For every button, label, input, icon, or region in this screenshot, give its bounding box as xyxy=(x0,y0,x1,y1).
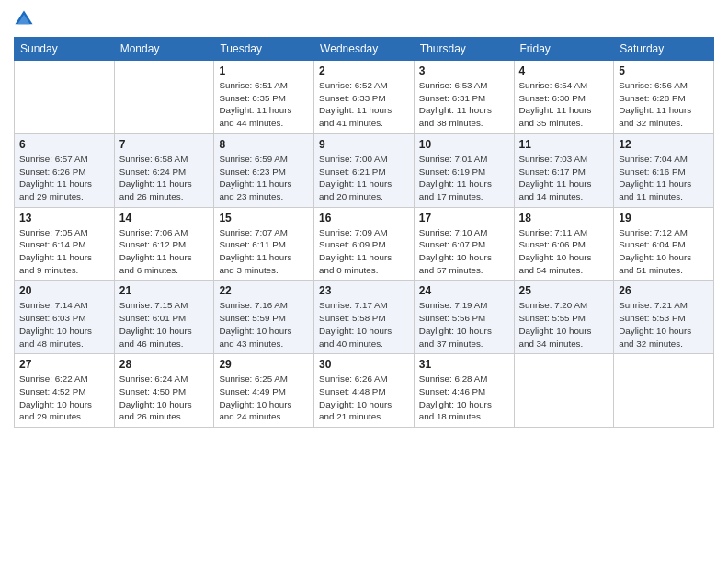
day-info: Sunrise: 6:54 AMSunset: 6:30 PMDaylight:… xyxy=(519,79,609,130)
day-number: 14 xyxy=(119,212,210,224)
calendar-cell: 10Sunrise: 7:01 AMSunset: 6:19 PMDayligh… xyxy=(414,133,514,207)
day-number: 22 xyxy=(219,284,309,297)
calendar-cell: 26Sunrise: 7:21 AMSunset: 5:53 PMDayligh… xyxy=(614,281,714,354)
day-info: Sunrise: 6:58 AMSunset: 6:24 PMDaylight:… xyxy=(119,153,210,203)
day-info: Sunrise: 6:51 AMSunset: 6:35 PMDaylight:… xyxy=(219,79,309,130)
calendar-table: SundayMondayTuesdayWednesdayThursdayFrid… xyxy=(14,37,714,428)
day-number: 28 xyxy=(119,358,210,371)
calendar-cell: 29Sunrise: 6:25 AMSunset: 4:49 PMDayligh… xyxy=(214,354,314,428)
day-info: Sunrise: 7:20 AMSunset: 5:55 PMDaylight:… xyxy=(519,299,609,350)
calendar-cell: 7Sunrise: 6:58 AMSunset: 6:24 PMDaylight… xyxy=(114,133,214,207)
calendar-cell: 20Sunrise: 7:14 AMSunset: 6:03 PMDayligh… xyxy=(15,281,115,354)
day-number: 13 xyxy=(19,212,109,224)
calendar-cell: 13Sunrise: 7:05 AMSunset: 6:14 PMDayligh… xyxy=(15,207,115,281)
calendar-cell: 8Sunrise: 6:59 AMSunset: 6:23 PMDaylight… xyxy=(214,133,314,207)
calendar-cell: 6Sunrise: 6:57 AMSunset: 6:26 PMDaylight… xyxy=(15,133,115,207)
day-number: 12 xyxy=(619,138,709,151)
week-row-1: 1Sunrise: 6:51 AMSunset: 6:35 PMDaylight… xyxy=(15,61,714,134)
logo-icon xyxy=(14,9,34,29)
calendar-cell: 28Sunrise: 6:24 AMSunset: 4:50 PMDayligh… xyxy=(114,354,214,428)
calendar-cell xyxy=(614,354,714,428)
calendar-cell: 17Sunrise: 7:10 AMSunset: 6:07 PMDayligh… xyxy=(414,207,514,281)
calendar-cell: 27Sunrise: 6:22 AMSunset: 4:52 PMDayligh… xyxy=(15,354,115,428)
day-info: Sunrise: 7:04 AMSunset: 6:16 PMDaylight:… xyxy=(619,153,709,203)
column-header-sunday: Sunday xyxy=(15,38,115,61)
calendar-cell xyxy=(514,354,614,428)
day-number: 9 xyxy=(319,138,409,151)
calendar-cell: 15Sunrise: 7:07 AMSunset: 6:11 PMDayligh… xyxy=(214,207,314,281)
day-number: 24 xyxy=(419,284,509,297)
day-number: 21 xyxy=(119,284,210,297)
day-info: Sunrise: 7:01 AMSunset: 6:19 PMDaylight:… xyxy=(419,153,509,203)
column-header-tuesday: Tuesday xyxy=(214,38,314,61)
calendar-cell: 16Sunrise: 7:09 AMSunset: 6:09 PMDayligh… xyxy=(314,207,415,281)
day-number: 1 xyxy=(219,64,309,77)
day-info: Sunrise: 7:15 AMSunset: 6:01 PMDaylight:… xyxy=(119,299,210,350)
calendar-cell xyxy=(15,61,115,134)
week-row-5: 27Sunrise: 6:22 AMSunset: 4:52 PMDayligh… xyxy=(15,354,714,428)
calendar-cell: 2Sunrise: 6:52 AMSunset: 6:33 PMDaylight… xyxy=(314,61,415,134)
day-number: 3 xyxy=(419,64,509,77)
calendar-cell: 23Sunrise: 7:17 AMSunset: 5:58 PMDayligh… xyxy=(314,281,415,354)
day-number: 19 xyxy=(619,212,709,224)
day-info: Sunrise: 6:25 AMSunset: 4:49 PMDaylight:… xyxy=(219,373,309,423)
day-number: 15 xyxy=(219,212,309,224)
day-number: 26 xyxy=(619,284,709,297)
day-number: 17 xyxy=(419,212,509,224)
calendar-cell: 24Sunrise: 7:19 AMSunset: 5:56 PMDayligh… xyxy=(414,281,514,354)
week-row-4: 20Sunrise: 7:14 AMSunset: 6:03 PMDayligh… xyxy=(15,281,714,354)
day-info: Sunrise: 7:21 AMSunset: 5:53 PMDaylight:… xyxy=(619,299,709,350)
day-info: Sunrise: 7:09 AMSunset: 6:09 PMDaylight:… xyxy=(319,226,409,277)
day-number: 18 xyxy=(519,212,609,224)
calendar-cell: 30Sunrise: 6:26 AMSunset: 4:48 PMDayligh… xyxy=(314,354,415,428)
day-number: 4 xyxy=(519,64,609,77)
calendar-cell: 12Sunrise: 7:04 AMSunset: 6:16 PMDayligh… xyxy=(614,133,714,207)
day-info: Sunrise: 7:06 AMSunset: 6:12 PMDaylight:… xyxy=(119,226,210,277)
column-header-thursday: Thursday xyxy=(414,38,514,61)
day-info: Sunrise: 7:05 AMSunset: 6:14 PMDaylight:… xyxy=(19,226,109,277)
day-info: Sunrise: 6:26 AMSunset: 4:48 PMDaylight:… xyxy=(319,373,409,423)
calendar-cell: 4Sunrise: 6:54 AMSunset: 6:30 PMDaylight… xyxy=(514,61,614,134)
day-number: 6 xyxy=(19,138,109,151)
column-header-saturday: Saturday xyxy=(614,38,714,61)
day-number: 27 xyxy=(19,358,109,371)
calendar-cell: 18Sunrise: 7:11 AMSunset: 6:06 PMDayligh… xyxy=(514,207,614,281)
column-header-wednesday: Wednesday xyxy=(314,38,415,61)
column-header-monday: Monday xyxy=(114,38,214,61)
calendar-cell: 22Sunrise: 7:16 AMSunset: 5:59 PMDayligh… xyxy=(214,281,314,354)
day-number: 16 xyxy=(319,212,409,224)
day-info: Sunrise: 6:22 AMSunset: 4:52 PMDaylight:… xyxy=(19,373,109,423)
calendar-cell: 11Sunrise: 7:03 AMSunset: 6:17 PMDayligh… xyxy=(514,133,614,207)
day-number: 7 xyxy=(119,138,210,151)
day-info: Sunrise: 7:07 AMSunset: 6:11 PMDaylight:… xyxy=(219,226,309,277)
week-row-2: 6Sunrise: 6:57 AMSunset: 6:26 PMDaylight… xyxy=(15,133,714,207)
calendar-cell: 3Sunrise: 6:53 AMSunset: 6:31 PMDaylight… xyxy=(414,61,514,134)
day-number: 2 xyxy=(319,64,409,77)
day-info: Sunrise: 7:19 AMSunset: 5:56 PMDaylight:… xyxy=(419,299,509,350)
calendar-cell: 19Sunrise: 7:12 AMSunset: 6:04 PMDayligh… xyxy=(614,207,714,281)
day-number: 10 xyxy=(419,138,509,151)
day-info: Sunrise: 7:10 AMSunset: 6:07 PMDaylight:… xyxy=(419,226,509,277)
calendar-cell: 5Sunrise: 6:56 AMSunset: 6:28 PMDaylight… xyxy=(614,61,714,134)
day-info: Sunrise: 6:56 AMSunset: 6:28 PMDaylight:… xyxy=(619,79,709,130)
day-number: 5 xyxy=(619,64,709,77)
day-info: Sunrise: 6:59 AMSunset: 6:23 PMDaylight:… xyxy=(219,153,309,203)
calendar-cell: 9Sunrise: 7:00 AMSunset: 6:21 PMDaylight… xyxy=(314,133,415,207)
day-info: Sunrise: 7:14 AMSunset: 6:03 PMDaylight:… xyxy=(19,299,109,350)
day-info: Sunrise: 6:28 AMSunset: 4:46 PMDaylight:… xyxy=(419,373,509,423)
calendar-cell: 1Sunrise: 6:51 AMSunset: 6:35 PMDaylight… xyxy=(214,61,314,134)
calendar-cell: 31Sunrise: 6:28 AMSunset: 4:46 PMDayligh… xyxy=(414,354,514,428)
day-number: 23 xyxy=(319,284,409,297)
day-number: 20 xyxy=(19,284,109,297)
day-number: 8 xyxy=(219,138,309,151)
calendar-cell: 21Sunrise: 7:15 AMSunset: 6:01 PMDayligh… xyxy=(114,281,214,354)
day-number: 29 xyxy=(219,358,309,371)
day-info: Sunrise: 6:53 AMSunset: 6:31 PMDaylight:… xyxy=(419,79,509,130)
day-info: Sunrise: 6:52 AMSunset: 6:33 PMDaylight:… xyxy=(319,79,409,130)
calendar-cell xyxy=(114,61,214,134)
day-info: Sunrise: 7:00 AMSunset: 6:21 PMDaylight:… xyxy=(319,153,409,203)
day-number: 11 xyxy=(519,138,609,151)
day-number: 30 xyxy=(319,358,409,371)
day-info: Sunrise: 6:24 AMSunset: 4:50 PMDaylight:… xyxy=(119,373,210,423)
day-info: Sunrise: 7:16 AMSunset: 5:59 PMDaylight:… xyxy=(219,299,309,350)
